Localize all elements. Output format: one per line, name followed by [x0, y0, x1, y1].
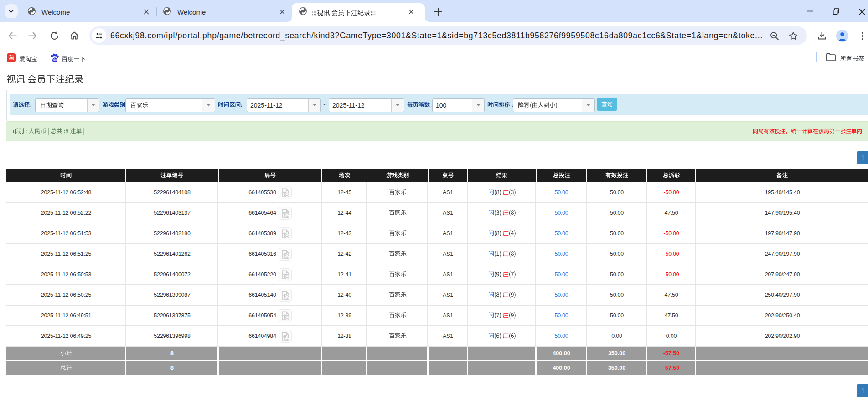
- svg-text:du: du: [53, 58, 57, 61]
